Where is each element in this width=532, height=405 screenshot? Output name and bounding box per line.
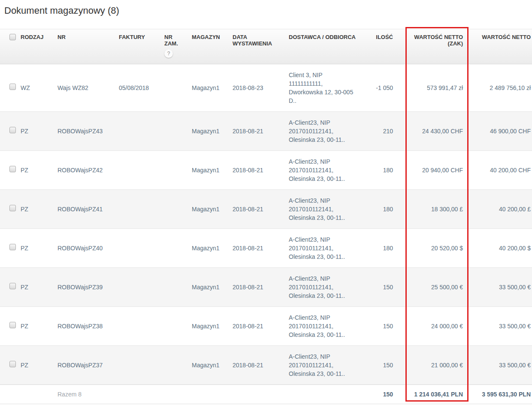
cell-nr: ROBOWajsPZ40 — [54, 229, 115, 268]
summary-row: Razem 8 150 1 214 036,41 PLN 3 595 631,3… — [0, 385, 532, 404]
cell-data-wystawienia: 2018-08-21 — [229, 346, 285, 385]
table-header-row: RODZAJ NR FAKTURY NR ZAM.? MAGAZYN DATA … — [0, 29, 532, 64]
row-checkbox[interactable] — [9, 127, 16, 133]
row-checkbox[interactable] — [9, 166, 16, 172]
cell-wartosc-netto-zak: 20 940,00 CHF — [396, 151, 467, 190]
row-select-cell — [0, 268, 17, 307]
cell-wartosc-netto: 40 200,00 $ — [467, 229, 532, 268]
table-row[interactable]: PZ ROBOWajsPZ37 Magazyn1 2018-08-21 A-Cl… — [0, 346, 532, 385]
cell-faktury — [115, 346, 161, 385]
cell-nr: ROBOWajsPZ38 — [54, 307, 115, 346]
cell-nr: ROBOWajsPZ39 — [54, 268, 115, 307]
cell-magazyn: Magazyn1 — [188, 64, 229, 112]
cell-magazyn: Magazyn1 — [188, 346, 229, 385]
cell-wartosc-netto: 40 200,00 CHF — [467, 151, 532, 190]
cell-nr-zam — [161, 229, 188, 268]
column-header-nr-zam: NR ZAM.? — [161, 29, 188, 64]
cell-ilosc: 150 — [369, 268, 396, 307]
table-row[interactable]: PZ ROBOWajsPZ40 Magazyn1 2018-08-21 A-Cl… — [0, 229, 532, 268]
cell-ilosc: 180 — [369, 151, 396, 190]
column-header-nr: NR — [54, 29, 115, 64]
cell-data-wystawienia: 2018-08-21 — [229, 112, 285, 151]
cell-magazyn: Magazyn1 — [188, 190, 229, 229]
cell-wartosc-netto-zak: 24 000,00 € — [396, 307, 467, 346]
cell-wartosc-netto: 2 489 756,10 zł — [467, 64, 532, 112]
row-select-cell — [0, 151, 17, 190]
column-header-wartosc-netto-zak: WARTOŚĆ NETTO (ZAK) — [396, 29, 467, 64]
cell-wartosc-netto-zak: 25 500,00 € — [396, 268, 467, 307]
cell-nr-zam — [161, 307, 188, 346]
cell-wartosc-netto-zak: 20 520,00 $ — [396, 229, 467, 268]
cell-faktury: 05/08/2018 — [115, 64, 161, 112]
cell-ilosc: 180 — [369, 190, 396, 229]
cell-magazyn: Magazyn1 — [188, 268, 229, 307]
cell-dostawca-odbiorca: A-Client23, NIP 2017010112141, Olesinska… — [285, 229, 369, 268]
table-row[interactable]: PZ ROBOWajsPZ41 Magazyn1 2018-08-21 A-Cl… — [0, 190, 532, 229]
cell-nr: ROBOWajsPZ41 — [54, 190, 115, 229]
cell-nr-zam — [161, 64, 188, 112]
row-checkbox[interactable] — [9, 205, 16, 211]
table-row[interactable]: PZ ROBOWajsPZ43 Magazyn1 2018-08-21 A-Cl… — [0, 112, 532, 151]
cell-dostawca-odbiorca: A-Client23, NIP 2017010112141, Olesinska… — [285, 190, 369, 229]
cell-rodzaj: PZ — [17, 112, 54, 151]
cell-dostawca-odbiorca: A-Client23, NIP 2017010112141, Olesinska… — [285, 268, 369, 307]
column-header-rodzaj: RODZAJ — [17, 29, 54, 64]
cell-magazyn: Magazyn1 — [188, 151, 229, 190]
cell-nr-zam — [161, 151, 188, 190]
cell-wartosc-netto: 46 900,00 CHF — [467, 112, 532, 151]
cell-wartosc-netto-zak: 573 991,47 zł — [396, 64, 467, 112]
cell-dostawca-odbiorca: Client 3, NIP 11111111111, Dworkowska 12… — [285, 64, 369, 112]
table-row[interactable]: PZ ROBOWajsPZ38 Magazyn1 2018-08-21 A-Cl… — [0, 307, 532, 346]
cell-dostawca-odbiorca: A-Client23, NIP 2017010112141, Olesinska… — [285, 307, 369, 346]
select-all-checkbox[interactable] — [9, 34, 16, 40]
cell-wartosc-netto-zak: 21 000,00 € — [396, 346, 467, 385]
documents-table: RODZAJ NR FAKTURY NR ZAM.? MAGAZYN DATA … — [0, 29, 532, 404]
row-checkbox[interactable] — [9, 283, 16, 289]
cell-ilosc: 180 — [369, 229, 396, 268]
cell-rodzaj: PZ — [17, 229, 54, 268]
row-select-cell — [0, 346, 17, 385]
cell-rodzaj: PZ — [17, 346, 54, 385]
help-icon[interactable]: ? — [164, 49, 173, 58]
row-select-cell — [0, 229, 17, 268]
cell-wartosc-netto: 33 500,00 € — [467, 268, 532, 307]
column-header-dostawca-odbiorca: DOSTAWCA / ODBIORCA — [285, 29, 369, 64]
cell-nr: ROBOWajsPZ42 — [54, 151, 115, 190]
cell-nr-zam — [161, 190, 188, 229]
cell-rodzaj: PZ — [17, 190, 54, 229]
page-title: Dokument magazynowy (8) — [0, 0, 532, 16]
row-checkbox[interactable] — [9, 361, 16, 367]
cell-faktury — [115, 112, 161, 151]
row-select-cell — [0, 307, 17, 346]
summary-label: Razem 8 — [54, 385, 115, 404]
cell-wartosc-netto-zak: 18 300,00 £ — [396, 190, 467, 229]
column-header-faktury: FAKTURY — [115, 29, 161, 64]
cell-rodzaj: PZ — [17, 268, 54, 307]
cell-dostawca-odbiorca: A-Client23, NIP 2017010112141, Olesinska… — [285, 151, 369, 190]
table-row[interactable]: PZ ROBOWajsPZ42 Magazyn1 2018-08-21 A-Cl… — [0, 151, 532, 190]
row-select-cell — [0, 112, 17, 151]
cell-nr-zam — [161, 112, 188, 151]
cell-ilosc: -1 050 — [369, 64, 396, 112]
column-header-nr-zam-label: NR ZAM. — [164, 34, 178, 47]
row-checkbox[interactable] — [9, 84, 16, 90]
cell-magazyn: Magazyn1 — [188, 229, 229, 268]
cell-faktury — [115, 307, 161, 346]
select-all-cell — [0, 29, 17, 64]
cell-faktury — [115, 229, 161, 268]
cell-nr: Wajs WZ82 — [54, 64, 115, 112]
cell-wartosc-netto-zak: 24 430,00 CHF — [396, 112, 467, 151]
cell-data-wystawienia: 2018-08-21 — [229, 229, 285, 268]
cell-rodzaj: PZ — [17, 307, 54, 346]
cell-ilosc: 150 — [369, 346, 396, 385]
cell-rodzaj: PZ — [17, 151, 54, 190]
row-select-cell — [0, 190, 17, 229]
cell-faktury — [115, 190, 161, 229]
column-header-wartosc-netto: WARTOŚĆ NETTO — [467, 29, 532, 64]
cell-data-wystawienia: 2018-08-21 — [229, 268, 285, 307]
row-checkbox[interactable] — [9, 322, 16, 328]
table-row[interactable]: WZ Wajs WZ82 05/08/2018 Magazyn1 2018-08… — [0, 64, 532, 112]
cell-ilosc: 210 — [369, 112, 396, 151]
row-checkbox[interactable] — [9, 244, 16, 250]
table-row[interactable]: PZ ROBOWajsPZ39 Magazyn1 2018-08-21 A-Cl… — [0, 268, 532, 307]
